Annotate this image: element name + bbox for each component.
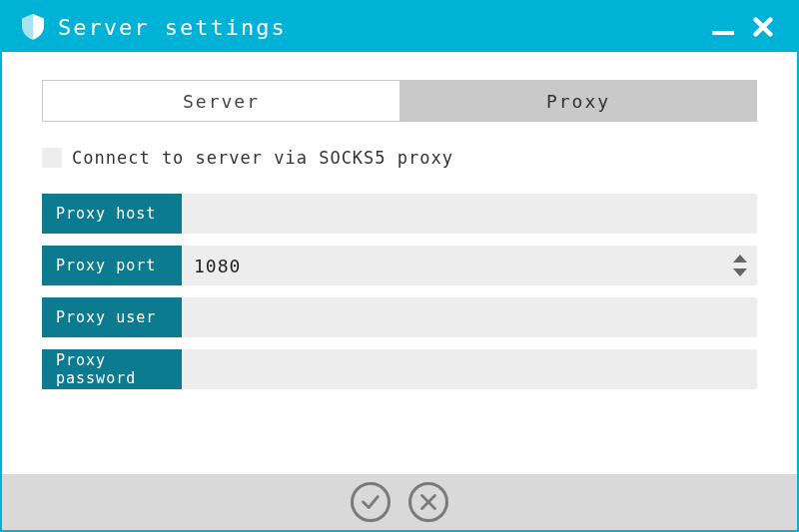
tab-server[interactable]: Server <box>43 81 400 121</box>
proxy-host-input[interactable] <box>182 194 757 234</box>
proxy-port-label: Proxy port <box>42 246 182 285</box>
proxy-port-step-up[interactable] <box>729 252 751 266</box>
proxy-host-label: Proxy host <box>42 194 182 234</box>
socks5-checkbox[interactable] <box>42 148 62 168</box>
proxy-password-input[interactable] <box>182 349 757 389</box>
proxy-port-input-wrap <box>182 246 757 285</box>
proxy-host-input-wrap <box>182 194 757 234</box>
shield-icon <box>22 14 44 40</box>
proxy-form: Proxy host Proxy port Proxy user <box>42 194 757 389</box>
close-icon <box>752 16 774 38</box>
chevron-up-icon <box>733 255 747 263</box>
socks5-checkbox-row: Connect to server via SOCKS5 proxy <box>42 148 757 168</box>
minimize-icon <box>712 19 734 35</box>
footer <box>2 474 797 530</box>
check-icon <box>360 491 382 513</box>
proxy-user-row: Proxy user <box>42 297 757 337</box>
tab-server-label: Server <box>183 91 260 112</box>
x-icon <box>417 491 439 513</box>
proxy-user-label: Proxy user <box>42 297 182 337</box>
window-title: Server settings <box>58 15 703 40</box>
proxy-port-input[interactable] <box>182 246 757 285</box>
proxy-user-input-wrap <box>182 297 757 337</box>
titlebar: Server settings <box>2 2 797 52</box>
proxy-password-input-wrap <box>182 349 757 389</box>
proxy-user-input[interactable] <box>182 297 757 337</box>
proxy-port-row: Proxy port <box>42 246 757 285</box>
content-area: Server Proxy Connect to server via SOCKS… <box>2 52 797 474</box>
ok-button[interactable] <box>351 482 391 522</box>
minimize-button[interactable] <box>703 7 743 47</box>
chevron-down-icon <box>733 268 747 276</box>
tab-proxy[interactable]: Proxy <box>400 81 756 121</box>
proxy-port-spinner <box>729 246 751 285</box>
cancel-button[interactable] <box>408 482 448 522</box>
tab-proxy-label: Proxy <box>546 91 610 112</box>
proxy-port-step-down[interactable] <box>729 266 751 279</box>
proxy-password-label: Proxy password <box>42 349 182 389</box>
socks5-checkbox-label: Connect to server via SOCKS5 proxy <box>72 148 453 168</box>
proxy-password-row: Proxy password <box>42 349 757 389</box>
proxy-host-row: Proxy host <box>42 194 757 234</box>
close-button[interactable] <box>743 7 783 47</box>
tabs: Server Proxy <box>42 80 757 122</box>
